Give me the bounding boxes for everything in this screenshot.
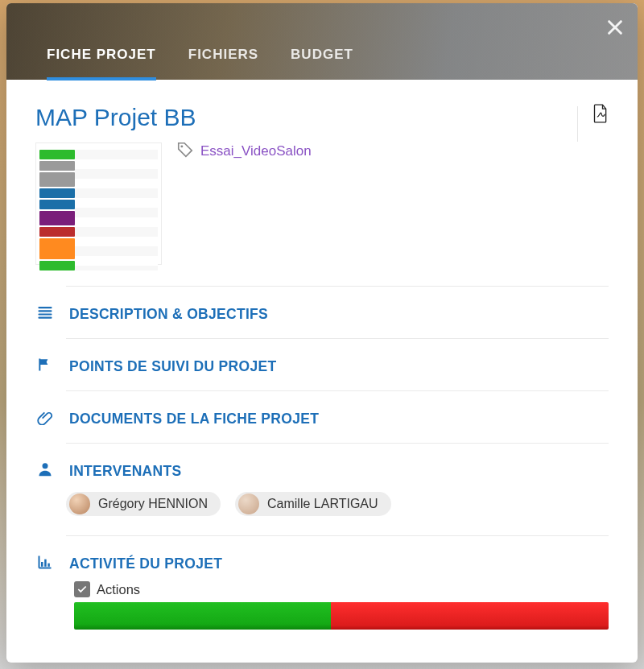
divider: [66, 535, 609, 536]
section-title: DOCUMENTS DE LA FICHE PROJET: [69, 411, 319, 427]
close-button[interactable]: [604, 16, 626, 39]
section-title: ACTIVITÉ DU PROJET: [69, 555, 222, 572]
activity-progress-bar: [74, 602, 609, 630]
svg-rect-2: [41, 562, 43, 567]
activity-bar-green: [74, 602, 331, 630]
intervenants-list: Grégory HENNION Camille LARTIGAU: [66, 492, 609, 516]
actions-checkbox[interactable]: Actions: [74, 581, 609, 597]
export-pdf-button[interactable]: [592, 104, 609, 126]
intervenant-name: Grégory HENNION: [98, 497, 208, 511]
flag-icon: [35, 357, 55, 376]
avatar: [69, 493, 90, 514]
project-tag[interactable]: Essai_VideoSalon: [176, 141, 312, 162]
close-icon: [606, 19, 624, 36]
title-divider: [577, 106, 578, 142]
svg-rect-3: [44, 560, 47, 567]
section-activite[interactable]: ACTIVITÉ DU PROJET: [35, 554, 609, 581]
svg-point-1: [43, 463, 48, 469]
bar-chart-icon: [35, 554, 55, 573]
section-documents[interactable]: DOCUMENTS DE LA FICHE PROJET: [35, 409, 609, 443]
section-title: DESCRIPTION & OBJECTIFS: [69, 306, 268, 323]
modal-header: FICHE PROJET FICHIERS BUDGET: [6, 3, 638, 80]
tag-icon: [176, 141, 194, 162]
activity-bar-red: [331, 602, 609, 630]
section-intervenants[interactable]: INTERVENANTS: [35, 461, 609, 492]
svg-point-0: [180, 145, 183, 147]
divider: [66, 443, 609, 444]
tab-fichiers[interactable]: FICHIERS: [188, 47, 258, 80]
project-thumbnail[interactable]: [35, 142, 162, 265]
tab-fiche-projet[interactable]: FICHE PROJET: [47, 47, 156, 81]
divider: [66, 390, 609, 391]
tab-budget[interactable]: BUDGET: [291, 47, 353, 80]
section-points-suivi[interactable]: POINTS DE SUIVI DU PROJET: [35, 357, 609, 390]
intervenant-chip[interactable]: Camille LARTIGAU: [235, 492, 391, 516]
modal-body: MAP Projet BB: [6, 80, 638, 663]
section-description[interactable]: DESCRIPTION & OBJECTIFS: [35, 304, 609, 338]
avatar: [238, 493, 259, 514]
divider: [66, 286, 609, 287]
project-modal: FICHE PROJET FICHIERS BUDGET MAP Projet …: [6, 3, 638, 663]
project-title: MAP Projet BB: [35, 104, 196, 131]
modal-tabs: FICHE PROJET FICHIERS BUDGET: [47, 47, 353, 80]
paperclip-icon: [35, 409, 55, 428]
intervenant-chip[interactable]: Grégory HENNION: [66, 492, 221, 516]
user-icon: [35, 461, 55, 481]
file-pdf-icon: [592, 104, 609, 123]
svg-rect-4: [47, 564, 50, 567]
checkbox-checked-icon: [74, 581, 90, 597]
divider: [66, 338, 609, 339]
section-title: POINTS DE SUIVI DU PROJET: [69, 358, 276, 375]
project-tag-label: Essai_VideoSalon: [200, 143, 312, 159]
section-title: INTERVENANTS: [69, 463, 181, 480]
list-icon: [35, 304, 55, 324]
checkbox-label: Actions: [97, 582, 140, 597]
intervenant-name: Camille LARTIGAU: [267, 497, 378, 511]
